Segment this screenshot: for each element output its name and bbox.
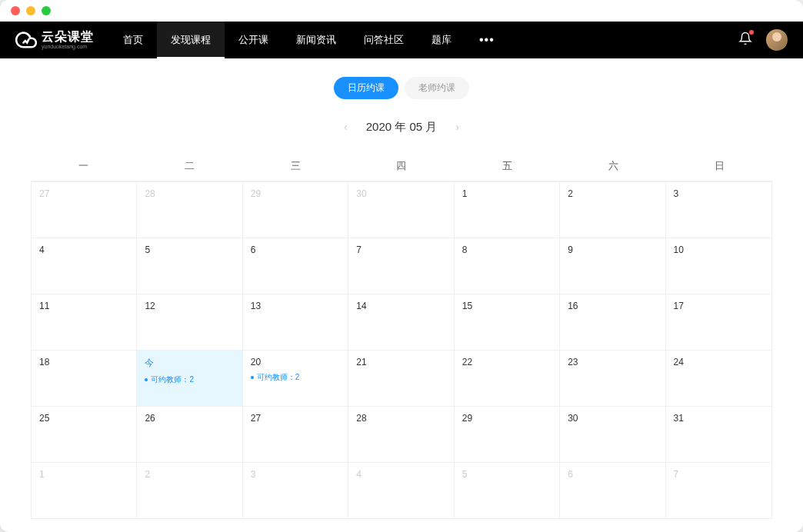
maximize-window-button[interactable] xyxy=(42,6,51,15)
weekday-label: 五 xyxy=(455,151,561,181)
available-teachers-badge[interactable]: 可约教师：2 xyxy=(251,372,340,383)
day-number: 6 xyxy=(568,469,657,480)
calendar-day[interactable]: 20可约教师：2 xyxy=(243,350,348,406)
day-number: 31 xyxy=(674,413,764,424)
user-avatar[interactable] xyxy=(766,29,788,51)
calendar-day[interactable]: 15 xyxy=(455,294,560,350)
calendar-day[interactable]: 26 xyxy=(137,406,242,462)
calendar-day[interactable]: 29 xyxy=(243,181,348,238)
calendar-day[interactable]: 31 xyxy=(666,406,771,462)
calendar-day[interactable]: 6 xyxy=(243,238,348,294)
day-number: 4 xyxy=(39,244,128,255)
nav-item-3[interactable]: 新闻资讯 xyxy=(282,22,350,58)
day-number: 12 xyxy=(145,301,234,311)
nav-item-0[interactable]: 首页 xyxy=(109,22,157,58)
calendar-day[interactable]: 2 xyxy=(137,462,242,518)
calendar-day[interactable]: 7 xyxy=(666,462,771,518)
days-grid: 27282930123456789101112131415161718今可约教师… xyxy=(32,181,771,518)
calendar-day-today[interactable]: 今可约教师：2 xyxy=(137,350,242,406)
prev-month-button[interactable]: ‹ xyxy=(341,118,351,136)
weekday-label: 四 xyxy=(348,151,455,181)
app-window: 云朵课堂 yunduoketang.com 首页发现课程公开课新闻资讯问答社区题… xyxy=(0,0,803,532)
calendar-day[interactable]: 13 xyxy=(243,294,348,350)
logo-text: 云朵课堂 xyxy=(42,31,94,43)
tab-calendar-booking[interactable]: 日历约课 xyxy=(334,77,398,99)
notification-bell[interactable] xyxy=(738,32,752,48)
calendar-day[interactable]: 3 xyxy=(666,181,771,238)
calendar-day[interactable]: 11 xyxy=(32,294,137,350)
calendar-day[interactable]: 27 xyxy=(243,406,348,462)
weekday-label: 二 xyxy=(137,151,243,181)
tab-teacher-booking[interactable]: 老师约课 xyxy=(405,77,469,99)
nav-item-2[interactable]: 公开课 xyxy=(225,22,282,58)
logo[interactable]: 云朵课堂 yunduoketang.com xyxy=(15,29,94,51)
next-month-button[interactable]: › xyxy=(452,118,462,136)
calendar-day[interactable]: 4 xyxy=(32,238,137,294)
calendar-day[interactable]: 22 xyxy=(455,350,560,406)
calendar-day[interactable]: 9 xyxy=(560,238,665,294)
day-number: 14 xyxy=(356,301,445,311)
day-number: 7 xyxy=(356,244,445,255)
close-window-button[interactable] xyxy=(11,6,20,15)
calendar-day[interactable]: 28 xyxy=(348,406,454,462)
calendar-day[interactable]: 2 xyxy=(560,181,665,238)
day-number: 24 xyxy=(674,357,764,367)
day-number: 30 xyxy=(568,413,657,424)
day-number: 26 xyxy=(145,413,234,424)
calendar-day[interactable]: 8 xyxy=(455,238,560,294)
calendar-day[interactable]: 10 xyxy=(666,238,771,294)
calendar-day[interactable]: 1 xyxy=(32,462,137,518)
calendar-day[interactable]: 18 xyxy=(32,350,137,406)
calendar-day[interactable]: 24 xyxy=(666,350,771,406)
minimize-window-button[interactable] xyxy=(26,6,35,15)
day-number: 9 xyxy=(568,244,657,255)
calendar-day[interactable]: 28 xyxy=(137,181,242,238)
day-number: 29 xyxy=(251,188,340,199)
day-number: 7 xyxy=(674,469,764,480)
day-number: 2 xyxy=(145,469,234,480)
calendar-day[interactable]: 30 xyxy=(348,181,454,238)
weekday-label: 三 xyxy=(242,151,348,181)
main-nav: 首页发现课程公开课新闻资讯问答社区题库 xyxy=(109,22,465,58)
calendar-day[interactable]: 6 xyxy=(560,462,665,518)
calendar-day[interactable]: 7 xyxy=(348,238,454,294)
nav-item-1[interactable]: 发现课程 xyxy=(157,22,225,58)
calendar-day[interactable]: 3 xyxy=(243,462,348,518)
day-number: 23 xyxy=(568,357,657,367)
month-navigation: ‹ 2020 年 05 月 › xyxy=(31,118,772,136)
day-number: 3 xyxy=(251,469,340,480)
day-number: 2 xyxy=(568,188,657,199)
header: 云朵课堂 yunduoketang.com 首页发现课程公开课新闻资讯问答社区题… xyxy=(0,22,803,58)
day-number: 28 xyxy=(145,188,234,199)
day-number: 27 xyxy=(251,413,340,424)
nav-item-5[interactable]: 题库 xyxy=(418,22,465,58)
calendar-day[interactable]: 21 xyxy=(348,350,454,406)
calendar-day[interactable]: 30 xyxy=(560,406,665,462)
day-number: 21 xyxy=(356,357,445,367)
day-number: 4 xyxy=(356,469,445,480)
calendar-day[interactable]: 5 xyxy=(455,462,560,518)
calendar-day[interactable]: 16 xyxy=(560,294,665,350)
calendar-day[interactable]: 14 xyxy=(348,294,454,350)
calendar-day[interactable]: 5 xyxy=(137,238,242,294)
calendar-day[interactable]: 27 xyxy=(32,181,137,238)
day-number: 13 xyxy=(251,301,340,311)
nav-item-4[interactable]: 问答社区 xyxy=(350,22,418,58)
calendar-day[interactable]: 23 xyxy=(560,350,665,406)
day-number: 27 xyxy=(39,188,128,199)
calendar-day[interactable]: 4 xyxy=(348,462,454,518)
titlebar xyxy=(0,0,803,22)
calendar-day[interactable]: 29 xyxy=(455,406,560,462)
day-number: 18 xyxy=(39,357,128,367)
weekday-label: 六 xyxy=(561,151,667,181)
day-number: 1 xyxy=(462,188,551,199)
day-number: 5 xyxy=(462,469,551,480)
day-number: 5 xyxy=(145,244,234,255)
calendar-day[interactable]: 25 xyxy=(32,406,137,462)
calendar-day[interactable]: 17 xyxy=(666,294,771,350)
calendar-day[interactable]: 12 xyxy=(137,294,242,350)
calendar-grid: 27282930123456789101112131415161718今可约教师… xyxy=(31,181,772,519)
nav-more-button[interactable]: ••• xyxy=(465,33,508,47)
available-teachers-badge[interactable]: 可约教师：2 xyxy=(145,374,234,385)
calendar-day[interactable]: 1 xyxy=(455,181,560,238)
